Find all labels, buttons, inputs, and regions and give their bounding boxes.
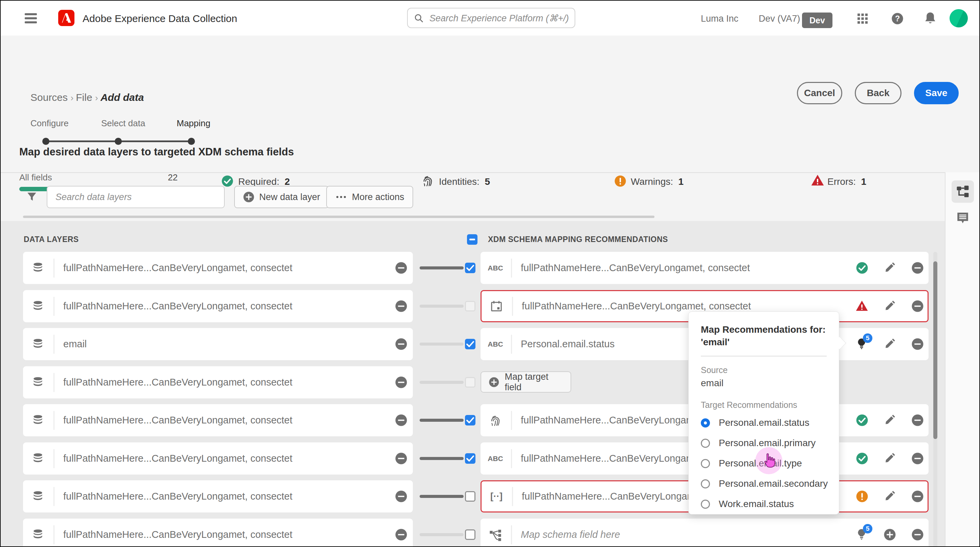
all-fields-count: 22	[168, 172, 178, 183]
xdm-row: Map schema field here 5	[480, 518, 929, 547]
environment-switcher[interactable]: Dev (VA7)	[759, 14, 800, 24]
remove-row-button[interactable]	[395, 261, 407, 274]
page-header: Sources › File › Add data Configure Sele…	[1, 35, 979, 173]
radio-icon[interactable]	[701, 500, 710, 509]
remove-row-button[interactable]	[395, 300, 407, 313]
recommendations-lightbulb-icon[interactable]: 5	[856, 528, 868, 541]
step-dot-mapping[interactable]	[188, 138, 195, 145]
comments-panel-button[interactable]	[955, 210, 970, 226]
data-layer-card[interactable]: fullPathNameHere...CanBeVeryLongamet, co…	[23, 290, 413, 322]
mapping-view-toggle[interactable]	[951, 180, 974, 203]
data-layer-row: fullPathNameHere...CanBeVeryLongamet, co…	[23, 442, 476, 475]
required-count: 2	[285, 176, 290, 187]
remove-mapping-icon[interactable]	[911, 452, 924, 465]
database-icon	[30, 300, 46, 313]
horizontal-scrollbar[interactable]	[23, 215, 654, 218]
breadcrumb-current: Add data	[100, 92, 144, 103]
app-window: Adobe Experience Data Collection Luma In…	[0, 0, 980, 547]
source-value: email	[701, 378, 827, 389]
page-title: Map desired data layers to targeted XDM …	[19, 146, 294, 158]
mapping-connector	[420, 419, 464, 422]
radio-icon[interactable]	[701, 479, 710, 488]
global-search-input[interactable]	[429, 11, 572, 26]
remove-mapping-icon[interactable]	[911, 528, 924, 541]
row-checkbox[interactable]	[465, 491, 476, 502]
map-target-field-button[interactable]: Map target field	[480, 371, 571, 393]
data-layer-name: fullPathNameHere...CanBeVeryLongamet, co…	[63, 491, 413, 502]
data-layer-card[interactable]: fullPathNameHere...CanBeVeryLongamet, co…	[23, 252, 413, 284]
edit-mapping-icon[interactable]	[883, 490, 896, 503]
edit-mapping-icon[interactable]	[883, 261, 896, 274]
remove-mapping-icon[interactable]	[911, 261, 924, 274]
source-label: Source	[701, 365, 827, 375]
data-layer-card[interactable]: email	[23, 328, 413, 360]
breadcrumb-file[interactable]: File	[76, 92, 92, 103]
help-icon[interactable]: ?	[891, 12, 904, 26]
radio-icon[interactable]	[701, 439, 710, 448]
recommendation-option[interactable]: Personal.email.secondary	[701, 478, 827, 489]
data-layer-card[interactable]: fullPathNameHere...CanBeVeryLongamet, co…	[23, 480, 413, 512]
app-grid-icon[interactable]	[856, 12, 869, 26]
radio-icon[interactable]	[701, 459, 710, 468]
notifications-bell-icon[interactable]	[923, 11, 937, 26]
data-layer-card[interactable]: fullPathNameHere...CanBeVeryLongamet, co…	[23, 518, 413, 547]
data-layer-search-input[interactable]	[55, 189, 215, 205]
recommendation-option[interactable]: Personal.email.primary	[701, 438, 827, 448]
remove-mapping-icon[interactable]	[911, 338, 924, 350]
recommendation-option[interactable]: Work.email.status	[701, 499, 827, 509]
remove-mapping-icon[interactable]	[911, 490, 924, 503]
recommendation-option[interactable]: Personal.email.status	[701, 417, 827, 428]
more-actions-button[interactable]: More actions	[326, 186, 413, 208]
recommendation-option[interactable]: Personal.email.type	[701, 458, 827, 469]
remove-row-button[interactable]	[395, 490, 407, 503]
mapping-connector	[420, 381, 464, 384]
add-mapping-icon[interactable]	[883, 528, 896, 541]
remove-row-button[interactable]	[395, 376, 407, 389]
data-layer-card[interactable]: fullPathNameHere...CanBeVeryLongamet, co…	[23, 442, 413, 475]
edit-mapping-icon[interactable]	[883, 338, 896, 350]
user-avatar[interactable]	[950, 9, 968, 27]
remove-mapping-icon[interactable]	[911, 414, 924, 426]
row-checkbox[interactable]	[465, 377, 476, 388]
org-switcher[interactable]: Luma Inc	[701, 14, 738, 24]
remove-row-button[interactable]	[395, 414, 407, 426]
row-checkbox[interactable]	[465, 415, 476, 426]
remove-row-button[interactable]	[395, 338, 407, 350]
step-label-mapping: Mapping	[177, 118, 210, 129]
hamburger-menu-icon[interactable]	[25, 13, 37, 23]
save-button[interactable]: Save	[914, 82, 959, 104]
row-checkbox[interactable]	[465, 529, 476, 540]
remove-row-button[interactable]	[395, 528, 407, 541]
row-checkbox[interactable]	[465, 301, 476, 311]
row-checkbox[interactable]	[465, 453, 476, 464]
remove-mapping-icon[interactable]	[911, 300, 924, 313]
filter-icon[interactable]	[26, 191, 38, 203]
breadcrumb: Sources › File › Add data	[30, 92, 144, 103]
breadcrumb-separator: ›	[70, 93, 76, 103]
step-dot-select-data[interactable]	[115, 138, 122, 145]
edit-mapping-icon[interactable]	[883, 414, 896, 426]
mapping-success-icon	[856, 414, 868, 426]
mapping-success-icon	[856, 261, 868, 274]
data-layer-card[interactable]: fullPathNameHere...CanBeVeryLongamet, co…	[23, 366, 413, 399]
mapping-error-icon	[856, 300, 868, 313]
back-button[interactable]: Back	[855, 82, 902, 104]
mapping-connector	[420, 457, 464, 460]
cancel-button[interactable]: Cancel	[797, 82, 842, 104]
data-layer-card[interactable]: fullPathNameHere...CanBeVeryLongamet, co…	[23, 404, 413, 436]
new-data-layer-button[interactable]: New data layer	[234, 186, 329, 208]
select-all-checkbox[interactable]	[467, 234, 477, 245]
edit-mapping-icon[interactable]	[883, 300, 896, 313]
row-checkbox[interactable]	[465, 339, 476, 349]
recommendations-lightbulb-icon[interactable]: 5	[856, 338, 868, 350]
step-dot-configure[interactable]	[42, 138, 49, 145]
remove-row-button[interactable]	[395, 452, 407, 465]
vertical-scrollbar-thumb[interactable]	[933, 261, 937, 439]
radio-selected-icon[interactable]	[701, 418, 710, 427]
row-checkbox[interactable]	[465, 263, 476, 273]
edit-mapping-icon[interactable]	[883, 452, 896, 465]
data-layers-header: DATA LAYERS	[24, 235, 79, 244]
app-title: Adobe Experience Data Collection	[83, 13, 237, 24]
breadcrumb-separator: ›	[95, 93, 100, 103]
breadcrumb-sources[interactable]: Sources	[30, 92, 68, 103]
